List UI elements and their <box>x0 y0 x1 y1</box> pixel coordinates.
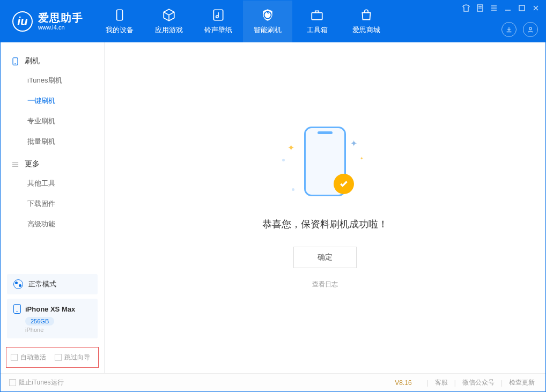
nav-my-device[interactable]: 我的设备 <box>95 1 144 42</box>
checkmark-badge-icon <box>334 174 354 194</box>
divider: | <box>501 379 503 387</box>
sparkle-icon: ✦ <box>287 143 294 153</box>
checkbox-label: 跳过向导 <box>64 353 90 362</box>
phone-icon <box>11 57 19 65</box>
sidebar-item-other-tools[interactable]: 其他工具 <box>1 173 104 194</box>
checkbox-icon <box>11 354 18 361</box>
briefcase-icon <box>310 8 324 22</box>
success-illustration: ✦ ✦ ✦ <box>277 127 373 202</box>
logo-icon: iu <box>12 11 33 32</box>
divider: | <box>454 379 456 387</box>
checkbox-icon <box>55 354 62 361</box>
sparkle-icon: ✦ <box>350 138 357 149</box>
footer: 阻止iTunes运行 V8.16 | 客服 | 微信公众号 | 检查更新 <box>1 373 545 391</box>
sidebar-item-itunes-flash[interactable]: iTunes刷机 <box>1 70 104 91</box>
sparkle-icon: ✦ <box>360 156 364 161</box>
note-icon[interactable] <box>476 4 484 12</box>
titlebar-controls <box>462 4 540 12</box>
nav-ringtones[interactable]: 铃声壁纸 <box>194 1 243 42</box>
sidebar-item-batch-flash[interactable]: 批量刷机 <box>1 131 104 152</box>
view-log-link[interactable]: 查看日志 <box>312 280 338 289</box>
device-icon <box>113 8 127 22</box>
footer-link-wechat[interactable]: 微信公众号 <box>460 378 497 387</box>
nav-label: 爱思商城 <box>352 25 380 35</box>
nav-apps-games[interactable]: 应用游戏 <box>144 1 194 42</box>
device-row: iPhone XS Max <box>13 304 91 314</box>
sidebar-head-flash: 刷机 <box>1 52 104 70</box>
sidebar-head-label: 更多 <box>25 159 40 169</box>
capacity-badge: 256GB <box>25 317 54 326</box>
profile-button[interactable] <box>523 22 538 37</box>
sidebar-group-flash: 刷机 iTunes刷机 一键刷机 专业刷机 批量刷机 <box>1 52 104 155</box>
app-title: 爱思助手 <box>38 11 83 24</box>
svg-rect-3 <box>312 13 322 20</box>
sidebar-spacer <box>1 238 104 270</box>
maximize-icon[interactable] <box>518 4 526 12</box>
checkbox-block-itunes[interactable]: 阻止iTunes运行 <box>9 378 64 387</box>
dot-icon <box>282 159 285 161</box>
svg-rect-5 <box>519 5 525 11</box>
app-window: iu 爱思助手 www.i4.cn 我的设备 应用游戏 铃声壁纸 智能刷机 <box>0 0 546 392</box>
header-circle-buttons <box>501 22 538 37</box>
footer-link-update[interactable]: 检查更新 <box>507 378 537 387</box>
menu-icon[interactable] <box>490 4 498 12</box>
phone-icon <box>13 304 21 314</box>
mode-indicator[interactable]: 正常模式 <box>7 274 98 294</box>
sidebar-head-more: 更多 <box>1 155 104 173</box>
bag-icon <box>359 8 373 22</box>
nav-toolbox[interactable]: 工具箱 <box>292 1 342 42</box>
nav-store[interactable]: 爱思商城 <box>342 1 391 42</box>
body: 刷机 iTunes刷机 一键刷机 专业刷机 批量刷机 更多 其他工具 下载固件 … <box>1 42 545 373</box>
shirt-icon[interactable] <box>462 4 470 12</box>
svg-rect-0 <box>117 10 123 20</box>
sidebar-group-more: 更多 其他工具 下载固件 高级功能 <box>1 155 104 238</box>
checkbox-icon <box>9 379 16 386</box>
svg-point-6 <box>529 27 532 29</box>
device-card[interactable]: iPhone XS Max 256GB iPhone <box>7 299 98 338</box>
device-type: iPhone <box>25 327 91 333</box>
version-label: V8.16 <box>395 379 411 387</box>
top-nav: 我的设备 应用游戏 铃声壁纸 智能刷机 工具箱 爱思商城 <box>95 1 391 42</box>
success-message: 恭喜您，保资料刷机成功啦！ <box>262 218 388 231</box>
options-highlight-box: 自动激活 跳过向导 <box>6 347 99 368</box>
device-name: iPhone XS Max <box>25 305 75 313</box>
sidebar: 刷机 iTunes刷机 一键刷机 专业刷机 批量刷机 更多 其他工具 下载固件 … <box>1 42 105 373</box>
list-icon <box>11 160 19 168</box>
ok-button[interactable]: 确定 <box>293 247 357 268</box>
checkbox-skip-guide[interactable]: 跳过向导 <box>55 353 90 362</box>
sidebar-item-onekey-flash[interactable]: 一键刷机 <box>1 91 104 111</box>
main-content: ✦ ✦ ✦ 恭喜您，保资料刷机成功啦！ 确定 查看日志 <box>105 42 545 373</box>
header: iu 爱思助手 www.i4.cn 我的设备 应用游戏 铃声壁纸 智能刷机 <box>1 1 545 42</box>
nav-label: 智能刷机 <box>254 25 282 35</box>
divider: | <box>427 379 429 387</box>
nav-label: 应用游戏 <box>155 25 183 35</box>
nav-label: 工具箱 <box>307 25 328 35</box>
checkbox-auto-activate[interactable]: 自动激活 <box>11 353 46 362</box>
sidebar-item-advanced[interactable]: 高级功能 <box>1 214 104 234</box>
music-icon <box>211 8 225 22</box>
logo: iu 爱思助手 www.i4.cn <box>1 1 93 42</box>
sidebar-head-label: 刷机 <box>25 56 40 66</box>
shield-icon <box>261 8 275 22</box>
logo-text: 爱思助手 www.i4.cn <box>38 11 83 31</box>
footer-link-support[interactable]: 客服 <box>433 378 450 387</box>
app-subtitle: www.i4.cn <box>38 24 83 31</box>
cube-icon <box>162 8 176 22</box>
minimize-icon[interactable] <box>504 4 512 12</box>
dot-icon <box>292 188 294 191</box>
sidebar-item-pro-flash[interactable]: 专业刷机 <box>1 111 104 131</box>
mode-icon <box>13 279 23 289</box>
close-icon[interactable] <box>532 4 540 12</box>
nav-label: 我的设备 <box>106 25 134 35</box>
download-button[interactable] <box>501 22 517 37</box>
nav-smart-flash[interactable]: 智能刷机 <box>243 1 292 42</box>
checkbox-label: 阻止iTunes运行 <box>19 378 64 387</box>
mode-label: 正常模式 <box>28 279 56 289</box>
nav-label: 铃声壁纸 <box>204 25 232 35</box>
checkbox-label: 自动激活 <box>20 353 46 362</box>
svg-point-2 <box>216 16 218 18</box>
sidebar-item-download-firmware[interactable]: 下载固件 <box>1 194 104 214</box>
